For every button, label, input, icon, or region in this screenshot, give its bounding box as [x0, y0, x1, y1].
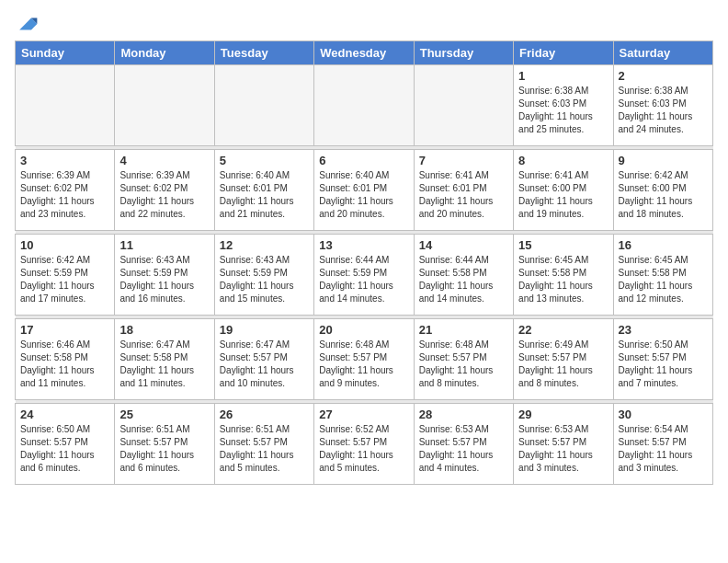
day-info: Sunrise: 6:51 AMSunset: 5:57 PMDaylight:…: [119, 423, 209, 475]
calendar-week-row: 3Sunrise: 6:39 AMSunset: 6:02 PMDaylight…: [16, 150, 713, 231]
weekday-header-row: SundayMondayTuesdayWednesdayThursdayFrid…: [16, 41, 713, 65]
logo-icon: [17, 15, 39, 33]
calendar-week-row: 1Sunrise: 6:38 AMSunset: 6:03 PMDaylight…: [16, 65, 713, 146]
calendar-day-cell: 25Sunrise: 6:51 AMSunset: 5:57 PMDayligh…: [115, 404, 214, 485]
day-info: Sunrise: 6:41 AMSunset: 6:01 PMDaylight:…: [419, 169, 508, 221]
day-number: 13: [319, 238, 408, 252]
day-info: Sunrise: 6:38 AMSunset: 6:03 PMDaylight:…: [518, 85, 608, 136]
day-info: Sunrise: 6:42 AMSunset: 6:00 PMDaylight:…: [619, 169, 708, 221]
calendar-day-cell: 8Sunrise: 6:41 AMSunset: 6:00 PMDaylight…: [514, 150, 613, 231]
day-number: 17: [20, 323, 109, 337]
calendar-day-cell: 19Sunrise: 6:47 AMSunset: 5:57 PMDayligh…: [214, 319, 313, 400]
calendar-day-cell: 14Sunrise: 6:44 AMSunset: 5:58 PMDayligh…: [414, 235, 513, 316]
day-info: Sunrise: 6:44 AMSunset: 5:59 PMDaylight:…: [319, 254, 408, 305]
weekday-header-cell: Thursday: [414, 41, 513, 65]
calendar-day-cell: [115, 65, 214, 146]
day-info: Sunrise: 6:38 AMSunset: 6:03 PMDaylight:…: [619, 85, 708, 136]
calendar-day-cell: 29Sunrise: 6:53 AMSunset: 5:57 PMDayligh…: [514, 404, 613, 485]
day-info: Sunrise: 6:50 AMSunset: 5:57 PMDaylight:…: [20, 423, 109, 475]
calendar-day-cell: 6Sunrise: 6:40 AMSunset: 6:01 PMDaylight…: [314, 150, 414, 231]
day-number: 1: [518, 69, 608, 83]
day-number: 18: [119, 323, 209, 337]
day-number: 10: [20, 238, 109, 252]
day-info: Sunrise: 6:45 AMSunset: 5:58 PMDaylight:…: [619, 254, 708, 305]
day-info: Sunrise: 6:48 AMSunset: 5:57 PMDaylight:…: [319, 339, 408, 390]
day-info: Sunrise: 6:52 AMSunset: 5:57 PMDaylight:…: [319, 423, 408, 475]
day-number: 20: [319, 323, 408, 337]
day-info: Sunrise: 6:42 AMSunset: 5:59 PMDaylight:…: [20, 254, 109, 305]
day-info: Sunrise: 6:47 AMSunset: 5:58 PMDaylight:…: [119, 339, 209, 390]
day-number: 26: [220, 408, 309, 421]
day-number: 16: [619, 238, 708, 252]
day-info: Sunrise: 6:43 AMSunset: 5:59 PMDaylight:…: [119, 254, 209, 305]
calendar-day-cell: 4Sunrise: 6:39 AMSunset: 6:02 PMDaylight…: [115, 150, 214, 231]
calendar-day-cell: 23Sunrise: 6:50 AMSunset: 5:57 PMDayligh…: [613, 319, 712, 400]
day-info: Sunrise: 6:53 AMSunset: 5:57 PMDaylight:…: [419, 423, 508, 475]
day-number: 23: [619, 323, 708, 337]
day-number: 21: [419, 323, 508, 337]
calendar-day-cell: 1Sunrise: 6:38 AMSunset: 6:03 PMDaylight…: [514, 65, 613, 146]
calendar-table: SundayMondayTuesdayWednesdayThursdayFrid…: [15, 40, 713, 485]
calendar-day-cell: 17Sunrise: 6:46 AMSunset: 5:58 PMDayligh…: [16, 319, 115, 400]
calendar-day-cell: 22Sunrise: 6:49 AMSunset: 5:57 PMDayligh…: [514, 319, 613, 400]
day-info: Sunrise: 6:41 AMSunset: 6:00 PMDaylight:…: [518, 169, 608, 221]
page-header: [15, 15, 713, 33]
day-number: 3: [20, 154, 109, 167]
day-number: 7: [419, 154, 508, 167]
calendar-day-cell: 28Sunrise: 6:53 AMSunset: 5:57 PMDayligh…: [414, 404, 513, 485]
day-info: Sunrise: 6:45 AMSunset: 5:58 PMDaylight:…: [518, 254, 608, 305]
calendar-day-cell: 18Sunrise: 6:47 AMSunset: 5:58 PMDayligh…: [115, 319, 214, 400]
day-number: 11: [119, 238, 209, 252]
day-number: 27: [319, 408, 408, 421]
day-number: 9: [619, 154, 708, 167]
day-info: Sunrise: 6:50 AMSunset: 5:57 PMDaylight:…: [619, 339, 708, 390]
day-info: Sunrise: 6:39 AMSunset: 6:02 PMDaylight:…: [119, 169, 209, 221]
day-number: 22: [518, 323, 608, 337]
calendar-day-cell: 12Sunrise: 6:43 AMSunset: 5:59 PMDayligh…: [214, 235, 313, 316]
day-number: 8: [518, 154, 608, 167]
calendar-day-cell: 7Sunrise: 6:41 AMSunset: 6:01 PMDaylight…: [414, 150, 513, 231]
calendar-day-cell: [414, 65, 513, 146]
calendar-day-cell: [214, 65, 313, 146]
calendar-day-cell: 15Sunrise: 6:45 AMSunset: 5:58 PMDayligh…: [514, 235, 613, 316]
calendar-day-cell: 3Sunrise: 6:39 AMSunset: 6:02 PMDaylight…: [16, 150, 115, 231]
calendar-day-cell: 10Sunrise: 6:42 AMSunset: 5:59 PMDayligh…: [16, 235, 115, 316]
weekday-header-cell: Sunday: [16, 41, 115, 65]
day-number: 29: [518, 408, 608, 421]
day-info: Sunrise: 6:51 AMSunset: 5:57 PMDaylight:…: [220, 423, 309, 475]
day-number: 12: [220, 238, 309, 252]
calendar-day-cell: [16, 65, 115, 146]
day-number: 25: [119, 408, 209, 421]
day-info: Sunrise: 6:43 AMSunset: 5:59 PMDaylight:…: [220, 254, 309, 305]
calendar-day-cell: [314, 65, 414, 146]
calendar-week-row: 17Sunrise: 6:46 AMSunset: 5:58 PMDayligh…: [16, 319, 713, 400]
day-number: 24: [20, 408, 109, 421]
calendar-day-cell: 2Sunrise: 6:38 AMSunset: 6:03 PMDaylight…: [613, 65, 712, 146]
calendar-week-row: 10Sunrise: 6:42 AMSunset: 5:59 PMDayligh…: [16, 235, 713, 316]
calendar-day-cell: 24Sunrise: 6:50 AMSunset: 5:57 PMDayligh…: [16, 404, 115, 485]
day-number: 2: [619, 69, 708, 83]
day-number: 15: [518, 238, 608, 252]
calendar-week-row: 24Sunrise: 6:50 AMSunset: 5:57 PMDayligh…: [16, 404, 713, 485]
weekday-header-cell: Wednesday: [314, 41, 414, 65]
weekday-header-cell: Friday: [514, 41, 613, 65]
day-info: Sunrise: 6:39 AMSunset: 6:02 PMDaylight:…: [20, 169, 109, 221]
day-info: Sunrise: 6:53 AMSunset: 5:57 PMDaylight:…: [518, 423, 608, 475]
day-info: Sunrise: 6:40 AMSunset: 6:01 PMDaylight:…: [220, 169, 309, 221]
day-number: 19: [220, 323, 309, 337]
day-info: Sunrise: 6:46 AMSunset: 5:58 PMDaylight:…: [20, 339, 109, 390]
day-number: 14: [419, 238, 508, 252]
calendar-day-cell: 9Sunrise: 6:42 AMSunset: 6:00 PMDaylight…: [613, 150, 712, 231]
weekday-header-cell: Saturday: [613, 41, 712, 65]
calendar-day-cell: 13Sunrise: 6:44 AMSunset: 5:59 PMDayligh…: [314, 235, 414, 316]
day-number: 28: [419, 408, 508, 421]
day-info: Sunrise: 6:44 AMSunset: 5:58 PMDaylight:…: [419, 254, 508, 305]
day-number: 4: [119, 154, 209, 167]
day-info: Sunrise: 6:49 AMSunset: 5:57 PMDaylight:…: [518, 339, 608, 390]
day-number: 6: [319, 154, 408, 167]
day-number: 5: [220, 154, 309, 167]
day-info: Sunrise: 6:47 AMSunset: 5:57 PMDaylight:…: [220, 339, 309, 390]
calendar-day-cell: 27Sunrise: 6:52 AMSunset: 5:57 PMDayligh…: [314, 404, 414, 485]
calendar-day-cell: 30Sunrise: 6:54 AMSunset: 5:57 PMDayligh…: [613, 404, 712, 485]
calendar-day-cell: 26Sunrise: 6:51 AMSunset: 5:57 PMDayligh…: [214, 404, 313, 485]
